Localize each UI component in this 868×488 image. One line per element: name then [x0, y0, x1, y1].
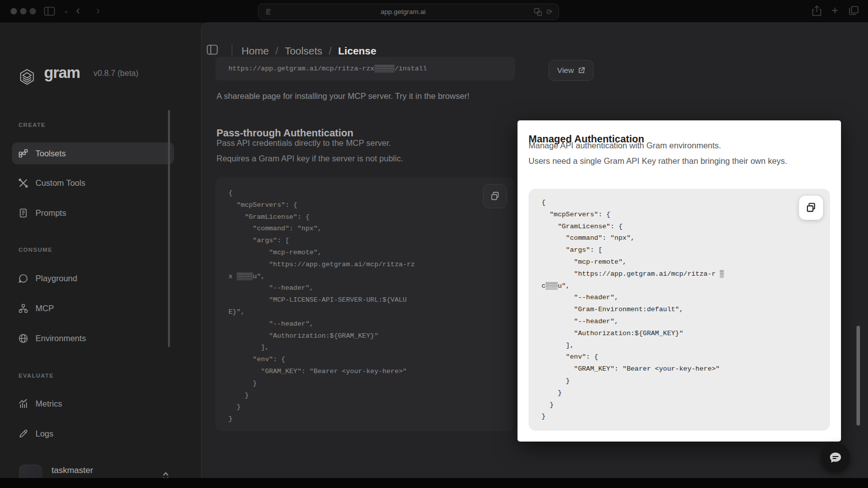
chat-icon [828, 451, 842, 465]
copy-button[interactable] [483, 184, 507, 208]
sidebar-item-metrics[interactable]: Metrics [12, 393, 174, 415]
back-button[interactable]: ‹ [76, 4, 80, 16]
managed-auth-card: Managed Authentication Manage API authen… [518, 120, 841, 442]
translate-icon[interactable] [534, 8, 542, 16]
browser-chrome: ⌄ ‹ › app.getgram.ai ⟳ + [0, 0, 868, 23]
url-text: app.getgram.ai [272, 8, 534, 15]
passthrough-code: { "mcpServers": { "GramLicense": { "comm… [216, 177, 514, 435]
toolbar-sidebar-toggle-icon[interactable] [44, 6, 55, 16]
sidebar-item-label: Prompts [36, 208, 66, 218]
sidebar-item-label: Metrics [36, 399, 62, 409]
view-button-label: View [557, 66, 574, 75]
new-tab-icon[interactable]: + [832, 5, 838, 16]
managed-auth-desc-line2: Users need a single Gram API Key rather … [528, 154, 796, 168]
reload-icon[interactable]: ⟳ [546, 8, 552, 15]
globe-icon [18, 334, 28, 343]
sidebar-item-label: Toolsets [36, 149, 66, 158]
install-url-block: https://app.getgram.ai/mcp/ritza-rzx▒▒▒▒… [216, 57, 515, 80]
reader-icon[interactable] [264, 8, 272, 15]
sidebar-item-label: Environments [36, 334, 86, 343]
passthrough-auth-title: Pass-through Authentication [216, 127, 354, 139]
sidebar-section-consume: CONSUME [18, 247, 52, 253]
breadcrumb-separator: / [276, 45, 278, 57]
view-button[interactable]: View [548, 60, 594, 81]
hierarchy-icon [18, 304, 28, 313]
managed-auth-code: { "mcpServers": { "GramLicense": { "comm… [528, 189, 830, 431]
zoom-window-button[interactable] [30, 8, 36, 14]
sidebar-item-logs[interactable]: Logs [12, 423, 174, 445]
sidebar-item-label: Custom Tools [36, 178, 86, 188]
sidebar-section-evaluate: EVALUATE [18, 373, 54, 379]
passthrough-desc-line1: Pass API credentials directly to the MCP… [216, 138, 391, 148]
app-version: v0.8.7 (beta) [94, 69, 138, 78]
sidebar-item-label: Playground [36, 274, 77, 283]
page-scrollbar[interactable] [856, 326, 860, 426]
chat-bubble-icon [18, 274, 28, 283]
breadcrumb-toolsets[interactable]: Toolsets [284, 45, 322, 57]
app-logo-text: gram [44, 64, 80, 82]
external-link-icon [578, 67, 585, 74]
gram-logo-icon [18, 68, 36, 87]
forward-button[interactable]: › [96, 4, 100, 16]
install-url-text: https://app.getgram.ai/mcp/ritza-rzx▒▒▒▒… [228, 65, 427, 72]
sidebar-item-mcp[interactable]: MCP [12, 297, 174, 319]
sidebar-item-toolsets[interactable]: Toolsets [12, 142, 174, 164]
breadcrumb-current: License [338, 45, 376, 57]
sidebar-section-create: CREATE [18, 122, 46, 128]
managed-auth-desc-line1: Manage API authentication with Gram envi… [528, 141, 721, 150]
breadcrumb-home[interactable]: Home [242, 45, 269, 57]
prompts-icon [18, 208, 28, 218]
window-bottom-edge [0, 478, 868, 488]
minimize-window-button[interactable] [20, 8, 26, 14]
shareable-page-text: A shareable page for installing your MCP… [216, 91, 470, 101]
sidebar-scrollbar[interactable] [168, 110, 170, 347]
panel-toggle-icon[interactable] [206, 44, 218, 55]
sidebar-item-custom-tools[interactable]: Custom Tools [12, 172, 174, 194]
breadcrumb-divider [232, 44, 232, 56]
sidebar-item-prompts[interactable]: Prompts [12, 202, 174, 224]
managed-auth-code-block: { "mcpServers": { "GramLicense": { "comm… [528, 189, 830, 431]
sidebar: gram v0.8.7 (beta) CREATE Toolsets Custo… [0, 22, 201, 478]
custom-tools-icon [18, 178, 28, 188]
pencil-icon [18, 429, 28, 439]
sidebar-item-label: MCP [36, 304, 54, 313]
sidebar-item-playground[interactable]: Playground [12, 267, 174, 289]
passthrough-desc-line2: Requires a Gram API key if the server is… [216, 154, 403, 163]
share-icon[interactable] [812, 5, 822, 16]
sidebar-item-environments[interactable]: Environments [12, 327, 174, 349]
copy-button[interactable] [799, 196, 823, 220]
address-bar[interactable]: app.getgram.ai ⟳ [258, 3, 559, 20]
user-name: taskmaster [52, 466, 93, 476]
chat-launcher-button[interactable] [821, 443, 850, 472]
passthrough-code-block: { "mcpServers": { "GramLicense": { "comm… [216, 177, 514, 431]
bar-chart-icon [18, 399, 28, 409]
browser-window: ⌄ ‹ › app.getgram.ai ⟳ + [0, 0, 868, 488]
close-window-button[interactable] [10, 8, 17, 14]
copy-icon [490, 191, 500, 201]
chevron-down-icon[interactable]: ⌄ [63, 6, 70, 14]
sidebar-item-label: Logs [36, 429, 54, 439]
copy-icon [806, 202, 816, 213]
tab-overview-icon[interactable] [849, 6, 858, 15]
breadcrumb-separator: / [329, 45, 332, 57]
toolsets-icon [18, 149, 28, 158]
breadcrumb: Home / Toolsets / License [242, 45, 376, 57]
